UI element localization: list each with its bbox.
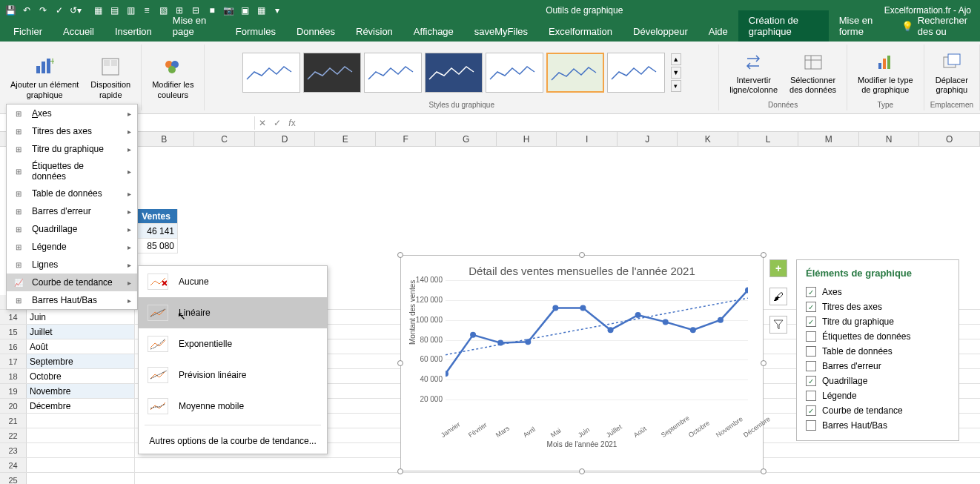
tell-me-search[interactable]: 💡 Rechercher des ou — [894, 10, 980, 42]
change-type-button[interactable]: Modifier le type de graphique — [853, 46, 918, 99]
cell[interactable]: Juin — [27, 310, 135, 324]
qat-icon[interactable]: ≡ — [139, 3, 154, 18]
embedded-chart[interactable]: Détail des ventes mensuelles de l'année … — [400, 255, 764, 471]
add-chart-element-button[interactable]: + Ajouter un élément graphique — [6, 46, 83, 109]
qat-icon[interactable]: ▥ — [123, 3, 138, 18]
tab-save[interactable]: saveMyFiles — [464, 21, 538, 42]
chart-styles-button[interactable]: 🖌 — [769, 288, 787, 305]
menu-titres-axes[interactable]: ⊞Titres des axes▸ — [7, 122, 137, 140]
checkbox-icon[interactable] — [806, 420, 816, 431]
checkbox-icon[interactable] — [806, 361, 816, 371]
panel-item[interactable]: ✓Titres des axes — [806, 299, 950, 314]
submenu-aucune[interactable]: Aucune — [139, 266, 327, 297]
x-axis-label[interactable]: Mois de l'année 2021 — [401, 440, 763, 448]
checkbox-icon[interactable] — [806, 391, 816, 401]
col-header[interactable]: M — [798, 132, 859, 146]
tab-donnees[interactable]: Données — [286, 21, 345, 42]
chart-style-1[interactable] — [242, 53, 300, 93]
row-header[interactable]: 18 — [0, 369, 27, 383]
qat-icon[interactable]: ▦ — [90, 3, 105, 18]
checkbox-icon[interactable]: ✓ — [806, 316, 816, 327]
col-header[interactable]: E — [315, 132, 376, 146]
submenu-moyenne[interactable]: Moyenne mobile — [139, 391, 327, 422]
cell[interactable]: Septembre — [27, 354, 135, 368]
checkbox-icon[interactable]: ✓ — [806, 302, 816, 312]
qat-icon[interactable]: ▣ — [237, 3, 252, 18]
panel-item[interactable]: Barres Haut/Bas — [806, 418, 950, 433]
chart-filter-button[interactable] — [769, 316, 787, 334]
col-header[interactable]: G — [436, 132, 497, 146]
tab-developpeur[interactable]: Développeur — [623, 21, 698, 42]
spellcheck-icon[interactable]: ✓ — [52, 3, 67, 18]
tab-fichier[interactable]: Fichier — [3, 21, 53, 42]
row-header[interactable]: 19 — [0, 384, 27, 398]
panel-item[interactable]: Table de données — [806, 344, 950, 359]
menu-legende[interactable]: ⊞Légende▸ — [7, 238, 137, 256]
resize-handle[interactable] — [761, 468, 767, 474]
submenu-exponentielle[interactable]: Exponentielle — [139, 328, 327, 359]
row-header[interactable]: 25 — [0, 473, 27, 484]
resize-handle[interactable] — [397, 252, 403, 258]
chart-style-7[interactable] — [607, 53, 665, 93]
row-header[interactable]: 23 — [0, 443, 27, 457]
qat-icon[interactable]: ▦ — [254, 3, 268, 18]
tab-revision[interactable]: Révision — [345, 21, 403, 42]
submenu-autres-options[interactable]: Autres options de la courbe de tendance.… — [139, 428, 327, 454]
menu-axes[interactable]: ⊞Axes▸ — [7, 105, 137, 122]
cell[interactable]: Août — [27, 339, 135, 354]
cell[interactable]: Juillet — [27, 325, 135, 339]
resize-handle[interactable] — [579, 468, 585, 474]
checkbox-icon[interactable] — [806, 331, 816, 342]
chart-style-5[interactable] — [486, 53, 543, 93]
col-header[interactable]: L — [738, 132, 799, 146]
col-header[interactable]: K — [678, 132, 738, 146]
chart-style-6[interactable] — [546, 53, 604, 93]
row-header[interactable]: 15 — [0, 325, 27, 339]
qat-icon[interactable]: ▤ — [107, 3, 122, 18]
chart-title[interactable]: Détail des ventes mensuelles de l'année … — [401, 256, 763, 280]
cell[interactable] — [27, 428, 135, 442]
checkbox-icon[interactable] — [806, 346, 816, 357]
col-header[interactable]: D — [255, 132, 316, 146]
undo-icon[interactable]: ↶ — [19, 3, 34, 18]
row-header[interactable]: 20 — [0, 399, 27, 413]
menu-table-donnees[interactable]: ⊞Table de données▸ — [7, 185, 137, 202]
col-header[interactable]: F — [376, 132, 437, 146]
panel-item[interactable]: ✓Courbe de tendance — [806, 403, 950, 418]
formula-input[interactable] — [299, 116, 977, 130]
panel-item[interactable]: Barres d'erreur — [806, 359, 950, 374]
cell[interactable] — [27, 414, 135, 428]
row-header[interactable]: 21 — [0, 414, 27, 428]
col-header[interactable]: J — [618, 132, 678, 146]
name-box[interactable] — [129, 116, 255, 130]
cell[interactable]: Décembre — [27, 399, 135, 413]
qat-icon[interactable]: ▾ — [270, 3, 285, 18]
menu-lignes[interactable]: ⊞Lignes▸ — [7, 256, 137, 274]
tab-mise-en-page[interactable]: Mise en page — [162, 10, 225, 42]
row-header[interactable]: 17 — [0, 354, 27, 368]
panel-item[interactable]: ✓Titre du graphique — [806, 314, 950, 329]
row-header[interactable]: 22 — [0, 428, 27, 442]
tab-insertion[interactable]: Insertion — [105, 21, 162, 42]
resize-handle[interactable] — [397, 468, 403, 474]
chart-style-4[interactable] — [425, 53, 483, 93]
chart-plot-area[interactable]: 20 00040 00060 00080 000100 000120 00014… — [446, 280, 748, 420]
table-header[interactable]: Ventes▾ — [135, 209, 178, 223]
cell[interactable] — [27, 443, 135, 457]
menu-barres-haut-bas[interactable]: ⊞Barres Haut/Bas▸ — [7, 291, 137, 309]
submenu-prevision[interactable]: Prévision linéaire — [139, 359, 327, 391]
resize-handle[interactable] — [761, 360, 767, 366]
save-icon[interactable]: 💾 — [3, 3, 18, 18]
chart-elements-button[interactable]: + — [769, 259, 787, 277]
menu-etiquettes[interactable]: ⊞Étiquettes de données▸ — [7, 158, 137, 185]
submenu-lineaire[interactable]: Linéaire↖ — [139, 297, 327, 328]
row-header[interactable]: 24 — [0, 458, 27, 472]
checkbox-icon[interactable]: ✓ — [806, 376, 816, 386]
col-header[interactable]: O — [919, 132, 980, 146]
switch-row-col-button[interactable]: Intervertir ligne/colonne — [725, 46, 782, 99]
tab-affichage[interactable]: Affichage — [403, 21, 464, 42]
cell[interactable]: Octobre — [27, 369, 135, 383]
menu-barres-erreur[interactable]: ⊞Barres d'erreur▸ — [7, 202, 137, 220]
col-header[interactable]: I — [557, 132, 618, 146]
col-header[interactable]: H — [497, 132, 557, 146]
